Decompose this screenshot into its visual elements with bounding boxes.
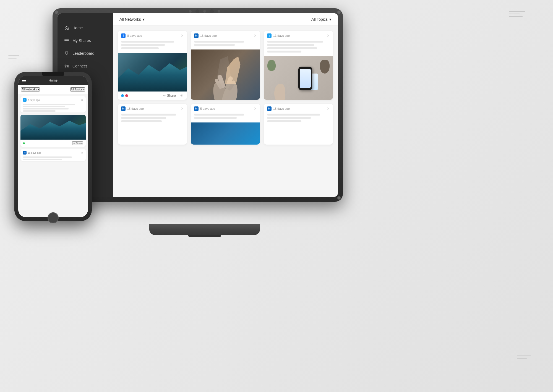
phone-card-1-close[interactable]: ✕ <box>81 99 83 101</box>
text-line <box>23 156 72 158</box>
dot-blue <box>121 94 124 97</box>
sidebar-item-connect[interactable]: Connect <box>58 60 113 72</box>
card-6-close[interactable]: ✕ <box>327 107 330 111</box>
card-2: in 16 days ago ✕ <box>191 31 260 100</box>
phone-home-button[interactable] <box>48 212 59 223</box>
card-1-image <box>118 53 187 92</box>
topics-arrow: ▾ <box>329 17 331 22</box>
card-3: t 11 days ago ✕ <box>264 31 333 100</box>
card-5-image <box>191 122 260 145</box>
phone-card-2-image <box>20 115 86 140</box>
text-line <box>121 41 174 43</box>
sidebar-item-leaderboard[interactable]: Leaderboard <box>58 47 113 60</box>
phone-header: Home <box>18 76 88 85</box>
sidebar-item-home[interactable]: Home <box>58 22 113 34</box>
card-5-text <box>191 113 260 122</box>
card-4-header: in 15 days ago ✕ <box>118 104 187 113</box>
decorative-lines-3 <box>8 55 19 59</box>
card-3-close[interactable]: ✕ <box>327 34 330 38</box>
laptop-device: Home My Shares <box>53 8 357 224</box>
phone-card-3: in 15 days ago ✕ <box>20 149 86 161</box>
networks-filter[interactable]: All Networks ▾ <box>119 17 145 22</box>
menu-line <box>22 80 26 81</box>
phone-topics-label: All Topics <box>71 88 82 91</box>
card-1-share-button[interactable]: ↪ Share <box>163 94 176 98</box>
decorative-lines-2 <box>517 356 531 359</box>
svg-rect-1 <box>64 40 69 41</box>
text-line <box>267 117 311 119</box>
text-line <box>121 114 176 116</box>
corner-dot <box>55 11 58 14</box>
home-icon <box>64 25 69 30</box>
facebook-icon: f <box>121 33 126 38</box>
text-line <box>194 44 235 46</box>
card-4: in 15 days ago ✕ <box>118 104 187 145</box>
phone-app-title: Home <box>49 79 58 82</box>
svg-point-7 <box>67 66 69 67</box>
networks-label: All Networks <box>119 17 141 22</box>
card-1-meta: f 8 days ago <box>121 33 142 38</box>
card-1-dots <box>121 94 128 97</box>
svg-rect-0 <box>64 39 69 40</box>
card-1-text <box>118 40 187 53</box>
card-5-close[interactable]: ✕ <box>254 107 257 111</box>
svg-point-4 <box>65 65 66 66</box>
phone-networks-label: All Networks <box>22 88 37 91</box>
card-1-footer: ↪ Share 👁 <box>118 92 187 100</box>
text-line <box>121 120 162 122</box>
phone-networks-filter[interactable]: All Networks ▾ <box>21 87 40 92</box>
text-line <box>121 117 166 119</box>
card-6-text <box>264 113 333 126</box>
phone-share-button[interactable]: ↪ Share <box>72 141 83 145</box>
phone-card-3-header: in 15 days ago ✕ <box>20 149 86 156</box>
sidebar-shares-label: My Shares <box>72 38 91 43</box>
card-2-close[interactable]: ✕ <box>254 34 257 38</box>
card-5: in 5 days ago ✕ <box>191 104 260 145</box>
text-line <box>267 44 314 46</box>
main-content: All Networks ▾ All Topics ▾ <box>113 13 338 197</box>
share-label: Share <box>167 94 176 98</box>
card-6: in 15 days ago ✕ <box>264 104 333 145</box>
card-4-close[interactable]: ✕ <box>181 107 184 111</box>
text-line <box>194 114 244 116</box>
phone-share-arrow-icon: ↪ <box>73 142 75 145</box>
text-line <box>194 41 244 43</box>
phone-twitter-icon: t <box>23 98 27 102</box>
card-2-text <box>191 40 260 49</box>
sidebar-connect-label: Connect <box>72 64 87 68</box>
card-5-header: in 5 days ago ✕ <box>191 104 260 113</box>
dot-green <box>23 142 25 144</box>
corner-dot <box>337 196 341 200</box>
app-screen: Home My Shares <box>58 13 338 197</box>
sidebar-leaderboard-label: Leaderboard <box>72 51 94 56</box>
linkedin-icon-2: in <box>121 106 126 111</box>
card-2-meta: in 16 days ago <box>194 33 217 38</box>
svg-point-6 <box>65 66 66 67</box>
phone-topics-filter[interactable]: All Topics ▾ <box>70 87 85 92</box>
card-1-close[interactable]: ✕ <box>181 34 184 38</box>
phone-card-3-close[interactable]: ✕ <box>81 151 83 154</box>
card-2-image <box>191 49 260 100</box>
cards-grid: f 8 days ago ✕ <box>113 26 338 197</box>
shares-icon <box>64 38 69 43</box>
card-4-text <box>118 113 187 126</box>
card-6-meta: in 15 days ago <box>267 106 290 111</box>
connect-icon <box>64 64 69 69</box>
text-line <box>194 117 237 119</box>
phone-card-1-meta: t 8 days ago <box>23 98 40 102</box>
card-5-meta: in 5 days ago <box>194 106 215 111</box>
card-2-time: 16 days ago <box>200 34 217 37</box>
topics-filter[interactable]: All Topics ▾ <box>311 17 331 22</box>
laptop-screen: Home My Shares <box>58 13 338 197</box>
card-2-header: in 16 days ago ✕ <box>191 31 260 40</box>
sidebar-item-myshares[interactable]: My Shares <box>58 34 113 47</box>
sidebar-home-label: Home <box>72 26 83 30</box>
linkedin-icon-3: in <box>194 106 199 111</box>
linkedin-icon-4: in <box>267 106 272 111</box>
phone-card-1-header: t 8 days ago ✕ <box>20 96 86 103</box>
phone-cards: t 8 days ago ✕ ↪ <box>18 94 88 217</box>
phone-body: Home All Networks ▾ All Topics ▾ <box>14 72 92 221</box>
text-line <box>267 47 317 49</box>
hamburger-icon[interactable] <box>22 79 26 82</box>
laptop-base <box>149 224 260 235</box>
